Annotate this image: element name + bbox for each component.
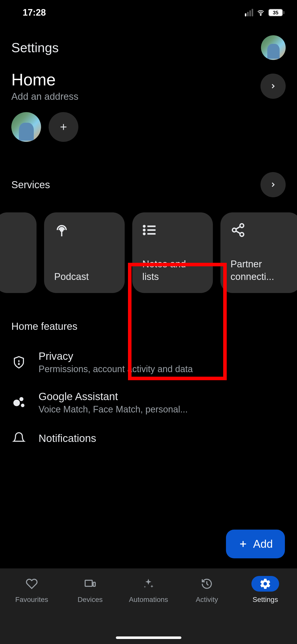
service-card-notes[interactable]: Notes and lists	[132, 212, 213, 293]
assistant-icon	[11, 395, 26, 410]
plus-icon	[58, 122, 69, 132]
feature-title: Privacy	[39, 350, 286, 362]
home-members	[11, 112, 286, 142]
svg-point-13	[240, 233, 244, 236]
services-more-button[interactable]	[260, 172, 286, 197]
sparkle-icon	[142, 578, 154, 590]
svg-point-17	[18, 364, 19, 365]
service-card-podcast[interactable]: Podcast	[44, 212, 125, 293]
battery-level: 35	[273, 10, 278, 16]
nav-activity[interactable]: Activity	[182, 576, 232, 604]
page-title: Settings	[11, 40, 59, 55]
svg-line-14	[236, 231, 240, 234]
service-label: Podcast	[54, 271, 115, 283]
nav-label: Favourites	[15, 596, 48, 604]
gear-icon	[259, 578, 271, 590]
svg-point-11	[240, 224, 244, 228]
feature-title: Notifications	[39, 432, 286, 444]
header: Settings	[0, 25, 297, 65]
feature-title: Google Assistant	[39, 391, 286, 403]
nav-settings[interactable]: Settings	[240, 576, 290, 604]
devices-icon	[84, 578, 96, 590]
bell-icon	[12, 432, 26, 445]
status-time: 17:28	[23, 7, 46, 18]
svg-point-12	[233, 228, 236, 232]
list-icon	[142, 222, 157, 238]
chevron-right-icon	[269, 82, 277, 90]
svg-point-9	[144, 230, 145, 231]
home-features-section: Home features Privacy Permissions, accou…	[0, 301, 297, 459]
svg-point-0	[260, 15, 261, 16]
service-card-partner[interactable]: Partner connecti...	[220, 212, 297, 293]
heart-icon	[26, 578, 38, 590]
svg-point-3	[60, 229, 63, 231]
features-title: Home features	[11, 321, 286, 332]
feature-item-privacy[interactable]: Privacy Permissions, account activity an…	[11, 342, 286, 382]
svg-rect-21	[93, 582, 95, 586]
svg-point-8	[144, 226, 145, 227]
chevron-right-icon	[269, 181, 277, 188]
svg-line-15	[236, 227, 240, 229]
home-indicator[interactable]	[116, 636, 181, 639]
history-icon	[201, 578, 213, 590]
home-title: Home	[11, 70, 78, 89]
svg-rect-20	[85, 580, 92, 586]
nav-label: Settings	[252, 596, 278, 604]
services-title: Services	[11, 179, 50, 190]
shield-icon	[12, 356, 26, 369]
services-carousel[interactable]: Podcast Notes and lists Partner connecti…	[0, 205, 297, 301]
cellular-signal-icon	[245, 9, 253, 16]
service-label: Partner connecti...	[230, 258, 291, 283]
nav-label: Activity	[196, 596, 218, 604]
podcast-icon	[54, 222, 69, 238]
nav-automations[interactable]: Automations	[123, 576, 174, 604]
battery-icon: 35	[268, 9, 284, 16]
nav-label: Devices	[78, 596, 103, 604]
home-subtitle[interactable]: Add an address	[11, 91, 78, 102]
service-label: Notes and lists	[142, 258, 203, 283]
fab-label: Add	[253, 538, 273, 550]
bottom-navigation: Favourites Devices Automations	[0, 568, 297, 644]
nav-devices[interactable]: Devices	[65, 576, 115, 604]
feature-subtitle: Permissions, account activity and data	[39, 364, 220, 374]
nav-label: Automations	[129, 596, 168, 604]
home-section: Home Add an address	[0, 65, 297, 149]
status-bar: 17:28 35	[0, 0, 297, 25]
wifi-icon	[256, 9, 265, 16]
member-avatar[interactable]	[11, 112, 41, 142]
add-fab-button[interactable]: Add	[226, 530, 285, 558]
feature-item-assistant[interactable]: Google Assistant Voice Match, Face Match…	[11, 382, 286, 423]
status-indicators: 35	[245, 9, 284, 16]
add-member-button[interactable]	[49, 112, 78, 142]
home-details-button[interactable]	[260, 74, 286, 99]
svg-point-10	[144, 233, 145, 235]
service-card[interactable]	[0, 212, 37, 293]
services-header: Services	[0, 149, 297, 205]
feature-subtitle: Voice Match, Face Match, personal...	[39, 404, 220, 415]
profile-avatar[interactable]	[261, 35, 286, 60]
nav-favourites[interactable]: Favourites	[7, 576, 57, 604]
share-icon	[230, 222, 246, 238]
feature-item-notifications[interactable]: Notifications	[11, 423, 286, 454]
plus-icon	[238, 539, 248, 549]
